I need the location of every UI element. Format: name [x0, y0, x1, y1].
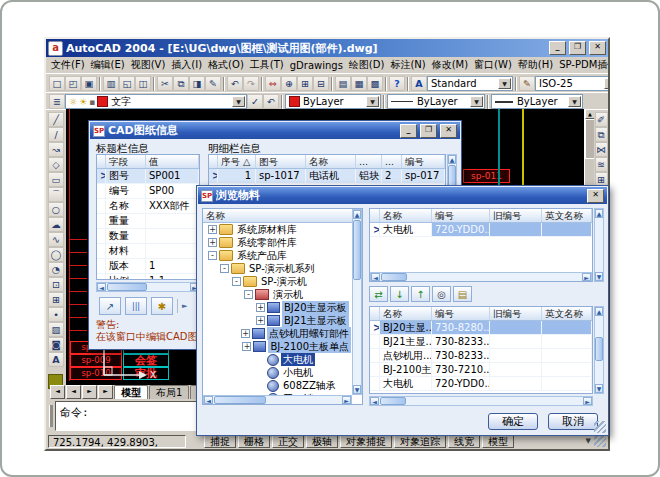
window-titlebar[interactable]: a AutoCAD 2004 - [E:\UG\dwg\图框\测试用图(部件).…: [46, 39, 608, 57]
vertical-scrollbar[interactable]: ▲ ▼: [594, 208, 604, 282]
columns-button[interactable]: |||: [125, 297, 147, 315]
line-button[interactable]: ╱: [48, 112, 64, 127]
revision-cloud-button[interactable]: ☁: [48, 217, 64, 232]
tree-horizontal-scrollbar[interactable]: ◄ ►: [203, 395, 352, 405]
tree-item-big-motor[interactable]: 大电机: [203, 353, 351, 366]
make-layer-current-button[interactable]: ✓: [247, 94, 263, 109]
horizontal-scrollbar[interactable]: ◄ ►: [370, 272, 592, 282]
cancel-button[interactable]: 取消: [548, 413, 598, 430]
scroll-right-icon[interactable]: ►: [583, 397, 592, 405]
linetype-combo[interactable]: ByLayer ▼: [387, 94, 485, 109]
column-header-more2[interactable]: ...: [382, 155, 402, 168]
upload-button[interactable]: ↑: [411, 286, 430, 302]
column-header-code[interactable]: 编号: [432, 307, 490, 320]
tree-item-608zz-bearing[interactable]: 608ZZ轴承: [203, 379, 351, 392]
table-row[interactable]: 名称 XXX部件: [97, 199, 199, 214]
polygon-button[interactable]: ◇: [48, 157, 64, 172]
table-row[interactable]: > 1 sp-1017 电话机 铝块 2 sp-017: [209, 169, 445, 184]
color-combo[interactable]: ByLayer ▼: [285, 94, 381, 109]
chevron-down-icon[interactable]: ▼: [470, 96, 483, 107]
scroll-left-icon[interactable]: ◄: [371, 273, 380, 281]
tool-palettes-button[interactable]: ▩: [367, 76, 383, 91]
next-tab-icon[interactable]: ►: [82, 385, 97, 399]
scroll-right-icon[interactable]: ►: [582, 273, 591, 281]
ellipse-button[interactable]: ◯: [48, 247, 64, 262]
menu-modify[interactable]: 修改(M): [429, 57, 471, 73]
tree-header-name[interactable]: 名称: [203, 209, 362, 222]
status-menu-arrow-icon[interactable]: ▼: [586, 437, 591, 445]
toggle-otrack[interactable]: 对象追踪: [394, 434, 446, 448]
resize-grip[interactable]: [594, 421, 606, 433]
design-center-button[interactable]: ▦: [351, 76, 367, 91]
restore-button[interactable]: ❐: [420, 124, 437, 138]
table-row[interactable]: 重量: [97, 214, 199, 229]
tab-model[interactable]: 模型: [114, 385, 148, 399]
toggle-grid[interactable]: 栅格: [238, 434, 270, 448]
scroll-right-icon[interactable]: ►: [342, 396, 351, 404]
sync-button[interactable]: ⇄: [369, 286, 388, 302]
chevron-down-icon[interactable]: ▼: [568, 96, 581, 107]
tree-vertical-scrollbar[interactable]: ▲ ▼: [352, 209, 362, 395]
tab-layout1[interactable]: 布局1: [149, 385, 189, 399]
resize-grip[interactable]: [594, 435, 606, 447]
horizontal-scrollbar[interactable]: ◄ ►: [369, 396, 593, 406]
tree-item-demo-machine-folder[interactable]: - SP-演示机: [203, 275, 351, 288]
scroll-thumb[interactable]: [595, 337, 603, 361]
scroll-down-icon[interactable]: ▼: [595, 272, 603, 281]
tree-item-bj21-board[interactable]: + BJ21主显示板: [203, 314, 351, 327]
mirror-button[interactable]: ⋈: [595, 142, 608, 157]
zoom-window-button[interactable]: ⊞: [297, 76, 313, 91]
tree-item-demo-machine[interactable]: - 演示机: [203, 288, 351, 301]
expand-icon[interactable]: +: [241, 329, 250, 338]
chevron-down-icon[interactable]: ▼: [604, 78, 608, 89]
menu-tools[interactable]: 工具(T): [247, 57, 287, 73]
plot-preview-button[interactable]: ◱: [119, 76, 135, 91]
publish-button[interactable]: ◫: [135, 76, 151, 91]
new-button[interactable]: □: [49, 76, 65, 91]
column-header-value[interactable]: 值: [146, 155, 199, 168]
erase-button[interactable]: ✐: [595, 112, 608, 127]
column-header-enname[interactable]: 英文名称: [542, 307, 592, 320]
expand-icon[interactable]: +: [256, 303, 265, 312]
column-header-code[interactable]: 编号: [402, 155, 445, 168]
copy-button[interactable]: ⧉: [173, 76, 189, 91]
tree-item-screw-part[interactable]: + 点钞机用螺钉部件: [203, 327, 351, 340]
plot-button[interactable]: ▥: [103, 76, 119, 91]
scroll-thumb[interactable]: [353, 220, 361, 280]
zoom-previous-button[interactable]: ⊟: [313, 76, 329, 91]
pan-button[interactable]: ⇔: [265, 76, 281, 91]
text-style-combo[interactable]: Standard ▼: [427, 76, 513, 91]
arc-button[interactable]: ⌒: [48, 187, 64, 202]
close-button[interactable]: ✕: [440, 124, 457, 138]
point-button[interactable]: •: [48, 307, 64, 322]
collapse-icon[interactable]: -: [232, 277, 241, 286]
menu-gdrawings[interactable]: gDrawings: [287, 59, 346, 72]
scroll-thumb[interactable]: [107, 283, 147, 291]
region-button[interactable]: ◙: [48, 337, 64, 352]
table-row[interactable]: 编号 SP00: [97, 184, 199, 199]
column-header-code[interactable]: 编号: [432, 209, 490, 222]
scroll-left-icon[interactable]: ◄: [97, 283, 106, 291]
scroll-down-icon[interactable]: ▼: [353, 385, 361, 394]
scroll-left-icon[interactable]: ◄: [204, 396, 213, 404]
collapse-icon[interactable]: -: [220, 264, 229, 273]
paste-button[interactable]: ◨: [189, 76, 205, 91]
menu-sp-pdm-plugin[interactable]: SP-PDM插件(P): [556, 57, 608, 73]
toggle-lineweight[interactable]: 线宽: [448, 434, 480, 448]
table-row[interactable]: 材料: [97, 244, 199, 259]
chevron-down-icon[interactable]: ▼: [366, 96, 379, 107]
scroll-down-icon[interactable]: ▼: [595, 384, 603, 393]
construction-line-button[interactable]: ∕: [48, 127, 64, 142]
table-row[interactable]: > 图号 SP001: [97, 169, 199, 184]
undo-button[interactable]: ↶: [227, 76, 243, 91]
zoom-realtime-button[interactable]: ⊕: [281, 76, 297, 91]
lineweight-combo[interactable]: ByLayer ▼: [491, 94, 583, 109]
table-row[interactable]: 点钞机用... 730-8233...: [370, 349, 592, 363]
drag-handle[interactable]: [49, 405, 53, 427]
export-button[interactable]: ▤: [453, 286, 472, 302]
toggle-ortho[interactable]: 正交: [272, 434, 304, 448]
expand-icon[interactable]: +: [208, 238, 217, 247]
expand-icon[interactable]: +: [256, 316, 265, 325]
collapse-icon[interactable]: -: [208, 251, 217, 260]
toggle-snap[interactable]: 捕捉: [204, 434, 236, 448]
